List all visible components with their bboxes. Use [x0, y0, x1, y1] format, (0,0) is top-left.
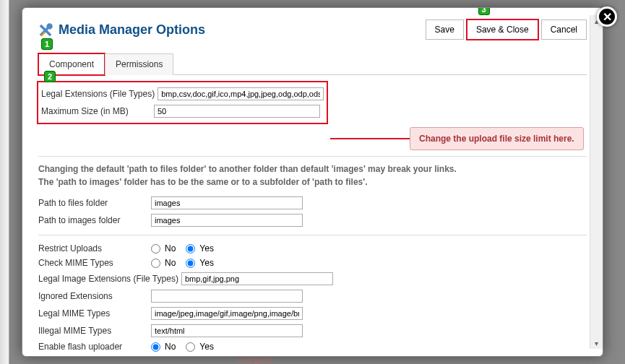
- page-title: Media Manager Options: [59, 22, 205, 38]
- tools-icon: [38, 23, 53, 38]
- divider: [38, 156, 587, 157]
- legal-mime-label: Legal MIME Types: [38, 308, 151, 318]
- max-size-label: Maximum Size (in MB): [41, 106, 154, 116]
- mime-yes-radio[interactable]: [186, 259, 195, 268]
- flash-label: Enable flash uploader: [38, 342, 151, 352]
- max-size-input[interactable]: [154, 105, 320, 118]
- mime-no-radio[interactable]: [151, 259, 160, 268]
- illegal-mime-input[interactable]: [151, 324, 303, 337]
- options-modal: ✕ ▴ ▾ Media Manager Options 3 Save Save …: [22, 7, 603, 357]
- ignored-ext-input[interactable]: [151, 290, 303, 303]
- save-close-button[interactable]: Save & Close: [467, 20, 538, 40]
- flash-yes-radio[interactable]: [186, 342, 195, 352]
- marker-3: 3: [478, 8, 490, 15]
- tab-permissions[interactable]: Permissions: [105, 53, 173, 75]
- path-files-input[interactable]: [151, 196, 303, 209]
- legal-img-ext-input[interactable]: [181, 272, 333, 285]
- radio-yes-label: Yes: [199, 243, 214, 254]
- divider: [38, 235, 587, 235]
- callout-connector: [330, 138, 410, 139]
- radio-no-label: No: [165, 243, 176, 254]
- marker-1: 1: [41, 38, 53, 50]
- check-mime-label: Check MIME Types: [38, 258, 151, 268]
- restrict-yes-radio[interactable]: [186, 244, 195, 254]
- annotation-callout: Change the upload file size limit here.: [410, 127, 584, 150]
- legal-img-ext-label: Legal Image Extensions (File Types): [38, 274, 178, 284]
- save-button[interactable]: Save: [426, 20, 464, 40]
- flash-no-radio[interactable]: [151, 342, 160, 352]
- restrict-no-radio[interactable]: [151, 244, 160, 254]
- legal-mime-input[interactable]: [151, 307, 303, 320]
- ignored-ext-label: Ignored Extensions: [38, 291, 151, 301]
- cancel-button[interactable]: Cancel: [541, 20, 587, 40]
- restrict-label: Restrict Uploads: [38, 243, 151, 254]
- path-files-label: Path to files folder: [38, 198, 151, 208]
- close-icon[interactable]: ✕: [597, 6, 617, 27]
- marker-2: 2: [44, 71, 56, 82]
- illegal-mime-label: Illegal MIME Types: [38, 326, 151, 336]
- toolbar: 3 Save Save & Close Cancel: [426, 20, 587, 40]
- legal-ext-input[interactable]: [158, 87, 324, 100]
- path-images-label: Path to images folder: [38, 215, 151, 225]
- legal-ext-label: Legal Extensions (File Types): [41, 89, 155, 99]
- path-images-input[interactable]: [151, 214, 303, 227]
- warning-note: Changing the default 'path to files fold…: [38, 162, 587, 188]
- tab-bar: Component Permissions: [38, 53, 587, 75]
